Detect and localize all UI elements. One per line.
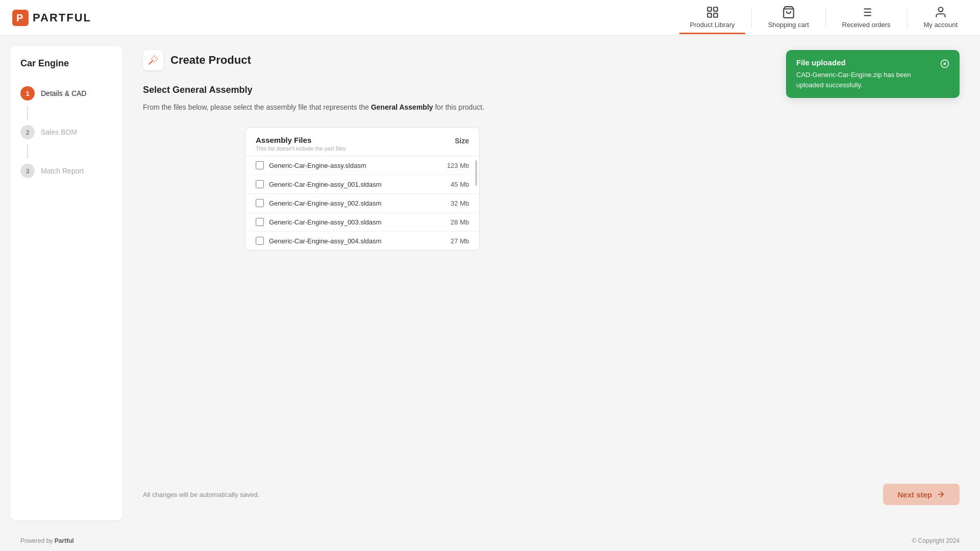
nav-divider-3 [907, 8, 908, 28]
svg-rect-5 [714, 13, 718, 17]
file-size-4: 27 Mb [438, 237, 469, 245]
file-checkbox-3[interactable] [256, 218, 264, 226]
nav-label-my-account: My account [924, 21, 958, 29]
step-circle-1: 1 [20, 86, 35, 101]
sidebar-item-match-report[interactable]: 3 Match Report [18, 159, 114, 183]
page-title: Create Product [170, 54, 251, 67]
logo-icon: P [12, 10, 29, 26]
file-size-2: 32 Mb [438, 199, 469, 207]
step-label-1: Details & CAD [41, 89, 86, 97]
file-checkbox-1[interactable] [256, 180, 264, 188]
notification-title: File uploaded [796, 58, 934, 67]
svg-rect-2 [707, 7, 712, 11]
file-name-0: Generic-Car-Engine-assy.sldasm [269, 162, 433, 169]
nav-item-received-orders[interactable]: Received orders [832, 2, 901, 34]
svg-rect-4 [707, 13, 712, 17]
nav-label-received-orders: Received orders [842, 21, 891, 29]
table-subtitle: This list doesn't include the part files [256, 145, 346, 152]
file-name-2: Generic-Car-Engine-assy_002.sldasm [269, 199, 433, 207]
svg-point-13 [938, 7, 943, 12]
wand-icon [148, 55, 159, 66]
logo-text: PARTFUL [33, 11, 91, 24]
file-checkbox-4[interactable] [256, 237, 264, 245]
step-connector-1 [27, 106, 28, 120]
sidebar: Car Engine 1 Details & CAD 2 Sales BOM 3… [10, 46, 122, 520]
nav-item-my-account[interactable]: My account [914, 2, 968, 34]
arrow-right-icon [936, 490, 945, 499]
step-connector-2 [27, 144, 28, 159]
nav-item-shopping-cart[interactable]: Shopping cart [758, 2, 819, 34]
file-uploaded-notification: File uploaded CAD-Generic-Car-Engine.zip… [786, 50, 960, 98]
footer-brand-link[interactable]: Partful [55, 537, 74, 544]
scrollbar[interactable] [475, 160, 477, 186]
main-nav: Product Library Shopping cart Received [679, 2, 968, 34]
table-row[interactable]: Generic-Car-Engine-assy.sldasm 123 Mb [246, 156, 479, 175]
table-body: Generic-Car-Engine-assy.sldasm 123 Mb Ge… [246, 156, 479, 250]
step-circle-2: 2 [20, 125, 35, 139]
nav-divider-2 [825, 8, 826, 28]
nav-label-product-library: Product Library [690, 21, 734, 29]
sidebar-title: Car Engine [18, 58, 114, 69]
logo[interactable]: P PARTFUL [12, 10, 91, 26]
file-name-1: Generic-Car-Engine-assy_001.sldasm [269, 181, 433, 188]
next-step-button[interactable]: Next step [883, 484, 960, 505]
table-title: Assembly Files [256, 136, 346, 144]
header: P PARTFUL Product Library Shopping cart [0, 0, 980, 36]
table-row[interactable]: Generic-Car-Engine-assy_003.sldasm 28 Mb [246, 213, 479, 232]
create-product-icon [143, 50, 163, 70]
footer: Powered by Partful © Copyright 2024 [0, 531, 980, 551]
section-desc: From the files below, please select the … [143, 102, 960, 113]
footer-right: © Copyright 2024 [912, 537, 960, 544]
orders-icon [860, 6, 873, 19]
sidebar-item-sales-bom[interactable]: 2 Sales BOM [18, 120, 114, 144]
file-size-3: 28 Mb [438, 218, 469, 226]
table-row[interactable]: Generic-Car-Engine-assy_001.sldasm 45 Mb [246, 175, 479, 194]
file-name-4: Generic-Car-Engine-assy_004.sldasm [269, 237, 433, 245]
step-circle-3: 3 [20, 164, 35, 178]
svg-text:P: P [16, 12, 23, 23]
sidebar-item-details-cad[interactable]: 1 Details & CAD [18, 81, 114, 106]
svg-rect-3 [714, 7, 718, 11]
file-name-3: Generic-Car-Engine-assy_003.sldasm [269, 218, 433, 226]
table-row[interactable]: Generic-Car-Engine-assy_004.sldasm 27 Mb [246, 232, 479, 250]
notification-close-button[interactable] [940, 59, 949, 70]
file-checkbox-2[interactable] [256, 199, 264, 207]
footer-left: Powered by Partful [20, 537, 74, 544]
nav-item-product-library[interactable]: Product Library [679, 2, 745, 34]
table-row[interactable]: Generic-Car-Engine-assy_002.sldasm 32 Mb [246, 194, 479, 213]
table-header: Assembly Files This list doesn't include… [246, 128, 479, 156]
assembly-files-table: Assembly Files This list doesn't include… [245, 127, 480, 251]
file-checkbox-0[interactable] [256, 161, 264, 169]
main-layout: Car Engine 1 Details & CAD 2 Sales BOM 3… [0, 36, 980, 531]
grid-icon [706, 6, 719, 19]
main-content: Create Product Select General Assembly F… [122, 36, 980, 531]
notification-body: CAD-Generic-Car-Engine.zip has been uplo… [796, 70, 934, 90]
nav-label-shopping-cart: Shopping cart [768, 21, 809, 29]
table-col-size: Size [455, 136, 469, 145]
cart-icon [782, 6, 795, 19]
file-size-0: 123 Mb [438, 162, 469, 169]
account-icon [934, 6, 947, 19]
autosave-text: All changes will be automatically saved. [143, 491, 259, 498]
file-size-1: 45 Mb [438, 181, 469, 188]
bottom-bar: All changes will be automatically saved.… [122, 484, 980, 505]
step-label-2: Sales BOM [41, 128, 77, 136]
step-label-3: Match Report [41, 167, 84, 175]
nav-divider-1 [751, 8, 752, 28]
